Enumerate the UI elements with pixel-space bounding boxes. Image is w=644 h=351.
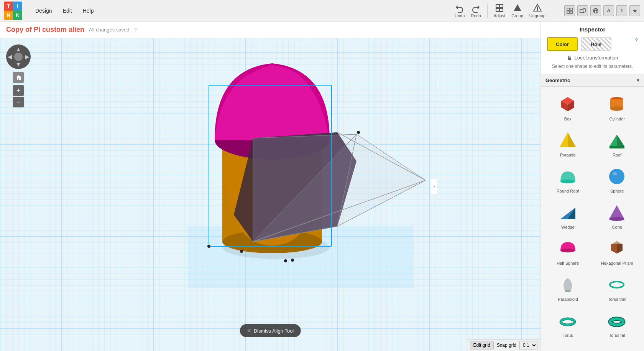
view-num-icon[interactable]: 1: [616, 5, 627, 16]
box-label: Box: [564, 117, 572, 121]
lock-icon: [567, 55, 572, 61]
inspector-hint: Select one shape to edit its parameters.: [547, 64, 638, 69]
shapes-title: Geometric: [545, 77, 570, 83]
redo-button[interactable]: Redo: [471, 3, 481, 18]
cone-label: Cone: [612, 225, 622, 229]
view-grid-icon[interactable]: [564, 5, 575, 16]
shape-hex-prism[interactable]: Hexagonal Prism: [593, 234, 641, 269]
svg-marker-34: [609, 205, 624, 219]
menu-design[interactable]: Design: [30, 5, 58, 16]
view-text-icon[interactable]: A: [603, 5, 614, 16]
handle-bm[interactable]: [240, 250, 243, 253]
logo-k: K: [13, 11, 22, 20]
hole-button[interactable]: Hole: [581, 37, 611, 51]
home-button[interactable]: [13, 72, 24, 83]
shape-cone[interactable]: Cone: [593, 198, 641, 232]
color-button[interactable]: Color: [547, 37, 578, 51]
handle-br2[interactable]: [291, 259, 294, 262]
help-badge[interactable]: ?: [134, 27, 137, 33]
shapes-collapse-toggle[interactable]: ▾: [637, 77, 639, 83]
shape-sphere[interactable]: Sphere: [593, 162, 641, 196]
shape-cylinder[interactable]: Cylinder: [593, 90, 641, 124]
half-sphere-icon: [556, 237, 579, 260]
cylinder-label: Cylinder: [610, 117, 625, 121]
shape-paraboloid[interactable]: Paraboloid: [544, 270, 592, 305]
svg-rect-9: [567, 11, 569, 13]
shape-torus[interactable]: Torus: [544, 306, 592, 341]
svg-point-23: [610, 106, 623, 111]
shape-wedge[interactable]: Wedge: [544, 198, 592, 232]
inspector-buttons: Color Hole ?: [547, 37, 638, 51]
shape-torus-fat[interactable]: Torus fat: [593, 306, 641, 341]
nav-down-arrow[interactable]: ▼: [16, 61, 21, 68]
view-wireframe-icon[interactable]: [590, 5, 601, 16]
torus-fat-icon: [606, 309, 629, 332]
nav-up-arrow[interactable]: ▲: [16, 46, 21, 52]
svg-point-36: [560, 249, 575, 252]
zoom-in-button[interactable]: +: [13, 85, 24, 96]
svg-marker-25: [568, 132, 576, 147]
menu-edit[interactable]: Edit: [58, 5, 77, 16]
shape-roof[interactable]: Roof: [593, 126, 641, 160]
ungroup-button[interactable]: Ungroup: [529, 3, 545, 18]
edit-grid-button[interactable]: Edit grid: [470, 341, 494, 349]
cylinder-icon: [606, 93, 629, 116]
svg-rect-17: [568, 58, 571, 60]
app-logo[interactable]: T I N K: [4, 2, 22, 20]
wedge-icon: [556, 201, 579, 224]
svg-point-29: [560, 180, 575, 183]
svg-rect-10: [570, 11, 572, 13]
shape-half-sphere[interactable]: Half Sphere: [544, 234, 592, 269]
svg-point-31: [613, 172, 617, 175]
nav-left-arrow[interactable]: ◀: [8, 54, 12, 60]
logo-i: I: [13, 2, 22, 11]
view-icons: A 1 ★: [564, 5, 640, 16]
torus-label: Torus: [563, 333, 573, 338]
shapes-grid: Box Cylinder Pyramid: [541, 87, 644, 344]
compass-control[interactable]: ▲ ▼ ◀ ▶: [6, 44, 31, 69]
group-button[interactable]: Group: [511, 3, 523, 18]
inspector-help[interactable]: ?: [635, 37, 638, 51]
shape-box[interactable]: Box: [544, 90, 592, 124]
wedge-label: Wedge: [561, 225, 575, 229]
main-menu: Design Edit Help: [30, 5, 99, 16]
zoom-out-button[interactable]: −: [13, 97, 24, 107]
undo-button[interactable]: Undo: [455, 3, 465, 18]
half-sphere-label: Half Sphere: [557, 261, 579, 265]
handle-tr[interactable]: [357, 131, 360, 134]
svg-point-42: [610, 282, 624, 288]
dismiss-align-button[interactable]: ✕ Dismiss Align Tool: [240, 324, 301, 337]
save-status: All changes saved: [89, 27, 130, 33]
pyramid-label: Pyramid: [560, 153, 575, 157]
nav-right-arrow[interactable]: ▶: [25, 54, 29, 60]
handle-bl[interactable]: [207, 245, 210, 248]
hex-prism-icon: [606, 237, 629, 260]
roof-icon: [606, 129, 629, 152]
viewport[interactable]: Copy of PI custom alien All changes save…: [0, 21, 540, 351]
main-area: Copy of PI custom alien All changes save…: [0, 21, 644, 351]
snap-label: Snap grid: [497, 343, 516, 348]
view-3d-icon[interactable]: [577, 5, 588, 16]
snap-grid-select[interactable]: 0.1 0.5 1: [519, 341, 537, 349]
svg-marker-4: [514, 4, 521, 11]
shape-round-roof[interactable]: Round Roof: [544, 162, 592, 196]
shape-torus-thin[interactable]: Torus thin: [593, 270, 641, 305]
svg-rect-28: [610, 146, 624, 148]
sphere-label: Sphere: [610, 189, 624, 193]
svg-rect-1: [500, 5, 503, 8]
scene-3d[interactable]: [0, 38, 540, 351]
zoom-controls: + −: [6, 72, 31, 107]
svg-marker-27: [617, 135, 624, 146]
topbar: T I N K Design Edit Help Undo Redo Adjus…: [0, 0, 644, 21]
box-icon: [556, 93, 579, 116]
handle-br[interactable]: [284, 259, 287, 262]
shape-pyramid[interactable]: Pyramid: [544, 126, 592, 160]
paraboloid-label: Paraboloid: [558, 297, 578, 302]
pyramid-icon: [556, 129, 579, 152]
view-star-icon[interactable]: ★: [629, 5, 640, 16]
torus-icon: [556, 309, 579, 332]
inspector-toggle[interactable]: ›: [431, 179, 437, 194]
project-title[interactable]: Copy of PI custom alien: [6, 26, 84, 34]
menu-help[interactable]: Help: [77, 5, 99, 16]
adjust-button[interactable]: Adjust: [494, 3, 506, 18]
